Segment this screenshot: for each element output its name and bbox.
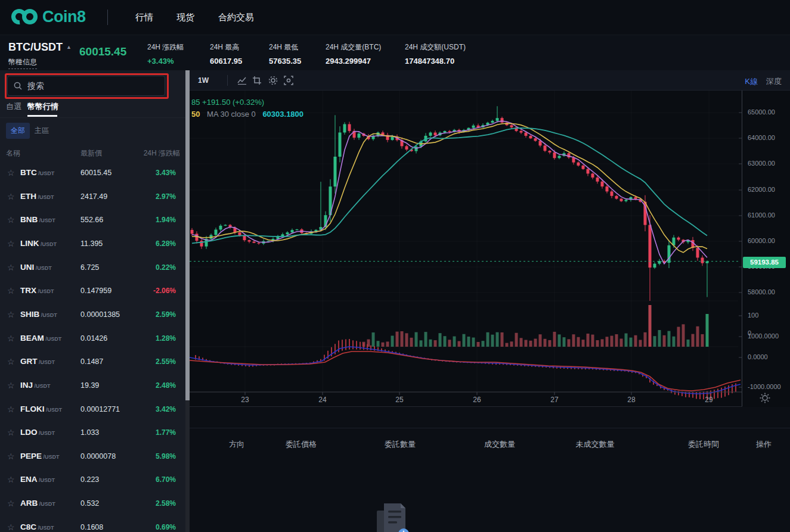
star-icon[interactable]: ☆ bbox=[7, 263, 15, 272]
search-input[interactable] bbox=[27, 81, 147, 91]
legend-ma-prefix: 50 bbox=[191, 110, 200, 119]
coin-quote: /USDT bbox=[37, 170, 55, 176]
star-icon[interactable]: ☆ bbox=[7, 452, 15, 461]
filter-all[interactable]: 全部 bbox=[6, 123, 30, 139]
timeframe-1w-button[interactable]: 1W bbox=[198, 76, 209, 85]
crop-icon[interactable] bbox=[252, 75, 262, 86]
price-label-64000.00: 64000.00 bbox=[748, 134, 775, 141]
tab-depth[interactable]: 深度 bbox=[766, 76, 782, 87]
coin-info-link[interactable]: 幣種信息 bbox=[8, 57, 37, 69]
svg-text:24: 24 bbox=[318, 396, 327, 404]
coin-symbol: GRT /USDT bbox=[20, 357, 55, 366]
coin-symbol: INJ /USDT bbox=[20, 381, 51, 390]
coin-change: 0.69% bbox=[156, 523, 176, 531]
line-chart-icon[interactable] bbox=[237, 75, 247, 86]
star-icon[interactable]: ☆ bbox=[7, 334, 15, 343]
stat-value: 174847348.70 bbox=[405, 57, 454, 66]
coin-row-ETH[interactable]: ☆ETH /USDT2417.492.97% bbox=[0, 185, 185, 209]
sidebar-scrollbar-thumb[interactable] bbox=[185, 70, 190, 400]
coin-row-C8C[interactable]: ☆C8C /USDT0.16080.69% bbox=[0, 515, 185, 532]
chart-legend-change: 85 +191.50 (+0.32%) bbox=[191, 98, 264, 107]
coin-row-BTC[interactable]: ☆BTC /USDT60015.453.43% bbox=[0, 161, 185, 185]
orders-column-0: 方向 bbox=[229, 439, 244, 450]
coin-row-SHIB[interactable]: ☆SHIB /USDT0.000013852.59% bbox=[0, 303, 185, 326]
pair-name: BTC/USDT bbox=[8, 41, 63, 53]
star-icon[interactable]: ☆ bbox=[7, 522, 15, 532]
star-icon[interactable]: ☆ bbox=[7, 499, 15, 508]
coin-change: 2.55% bbox=[156, 357, 176, 366]
ticker-stat-2: 24H 最低57635.35 bbox=[269, 42, 301, 66]
coin-row-BNB[interactable]: ☆BNB /USDT552.661.94% bbox=[0, 208, 185, 232]
legend-ma-label: MA 30 close 0 bbox=[207, 110, 256, 119]
chart-canvas[interactable]: 23242526272829 bbox=[190, 91, 742, 407]
nav-item-1[interactable]: 现货 bbox=[176, 12, 194, 23]
star-icon[interactable]: ☆ bbox=[7, 310, 15, 319]
star-icon[interactable]: ☆ bbox=[7, 168, 15, 178]
axis-settings-icon[interactable] bbox=[759, 392, 771, 404]
nav-item-2[interactable]: 合約交易 bbox=[218, 12, 254, 23]
tab-favorites[interactable]: 自選 bbox=[6, 101, 21, 112]
toolbar-divider bbox=[227, 75, 228, 86]
star-icon[interactable]: ☆ bbox=[7, 381, 15, 390]
gear-icon[interactable] bbox=[268, 75, 278, 86]
coin-row-PEPE[interactable]: ☆PEPE /USDT0.00000785.98% bbox=[0, 444, 185, 468]
volume-label-100: 100 bbox=[748, 312, 758, 319]
coin-change: 3.42% bbox=[156, 405, 176, 413]
coin-price: 2417.49 bbox=[80, 192, 107, 201]
coin-row-BEAM[interactable]: ☆BEAM /USDT0.014261.28% bbox=[0, 326, 185, 350]
coin-quote: /USDT bbox=[39, 241, 57, 247]
star-icon[interactable]: ☆ bbox=[7, 405, 15, 414]
nav-item-0[interactable]: 行情 bbox=[135, 12, 153, 23]
coin-row-TRX[interactable]: ☆TRX /USDT0.147959-2.06% bbox=[0, 279, 185, 303]
coin-symbol: ARB /USDT bbox=[20, 499, 55, 508]
candlestick-chart[interactable]: 23242526272829 85 +191.50 (+0.32%) 50 MA… bbox=[190, 91, 790, 407]
coin-row-ARB[interactable]: ☆ARB /USDT0.5322.58% bbox=[0, 491, 185, 515]
coin-row-ENA[interactable]: ☆ENA /USDT0.2236.70% bbox=[0, 468, 185, 491]
coin-change: 2.97% bbox=[156, 192, 176, 201]
macd-label-1000: 1000.0000 bbox=[748, 332, 779, 340]
stat-value: +3.43% bbox=[147, 57, 174, 66]
coin-row-LINK[interactable]: ☆LINK /USDT11.3956.28% bbox=[0, 232, 185, 256]
screenshot-icon[interactable] bbox=[283, 75, 294, 86]
coin-row-UNI[interactable]: ☆UNI /USDT6.7250.22% bbox=[0, 256, 185, 279]
tab-kline[interactable]: K線 bbox=[745, 76, 758, 87]
coin-price: 0.147959 bbox=[80, 287, 111, 295]
chart-legend-ma: 50 MA 30 close 0 60303.1800 bbox=[191, 110, 303, 119]
coin-quote: /USDT bbox=[36, 194, 54, 200]
coin-symbol: BTC /USDT bbox=[20, 168, 54, 177]
search-box[interactable] bbox=[7, 76, 165, 96]
tabs-divider bbox=[0, 117, 185, 118]
coin-price: 11.395 bbox=[80, 239, 103, 248]
star-icon[interactable]: ☆ bbox=[7, 357, 15, 366]
orders-column-2: 委託數量 bbox=[385, 439, 416, 450]
star-icon[interactable]: ☆ bbox=[7, 286, 15, 295]
stat-label: 24H 最低 bbox=[269, 42, 301, 52]
orders-divider bbox=[190, 428, 790, 428]
coin-symbol: LINK /USDT bbox=[20, 239, 57, 248]
coin-row-FLOKI[interactable]: ☆FLOKI /USDT0.000127713.42% bbox=[0, 397, 185, 421]
coin-row-INJ[interactable]: ☆INJ /USDT19.392.48% bbox=[0, 374, 185, 397]
star-icon[interactable]: ☆ bbox=[7, 192, 15, 201]
ticker-stat-3: 24H 成交量(BTC)2943.299947 bbox=[326, 42, 381, 66]
coin-row-GRT[interactable]: ☆GRT /USDT0.14872.55% bbox=[0, 350, 185, 374]
ticker-bar: BTC/USDT▲ 幣種信息 60015.45 24H 漲跌幅+3.43%24H… bbox=[0, 35, 790, 70]
filter-main-zone[interactable]: 主區 bbox=[35, 126, 49, 136]
coin-price: 0.00001385 bbox=[80, 310, 120, 319]
star-icon[interactable]: ☆ bbox=[7, 239, 15, 248]
orders-column-1: 委託價格 bbox=[286, 439, 317, 450]
coin-price: 6.725 bbox=[80, 263, 99, 272]
coin-row-LDO[interactable]: ☆LDO /USDT1.0331.77% bbox=[0, 421, 185, 444]
stat-value: 57635.35 bbox=[269, 57, 301, 66]
star-icon[interactable]: ☆ bbox=[7, 428, 15, 437]
star-icon[interactable]: ☆ bbox=[7, 215, 15, 225]
orders-column-5: 委託時間 bbox=[688, 439, 719, 450]
tab-spot-markets[interactable]: 幣幣行情 bbox=[27, 101, 58, 112]
pair-selector[interactable]: BTC/USDT▲ 幣種信息 bbox=[8, 41, 72, 69]
svg-text:28: 28 bbox=[627, 396, 636, 404]
price-label-63000.00: 63000.00 bbox=[748, 160, 775, 167]
sidebar-scrollbar-track[interactable] bbox=[185, 70, 190, 532]
price-axis[interactable]: 59193.85 65000.0064000.0063000.0062000.0… bbox=[742, 91, 790, 407]
brand-logo[interactable]: Coin8 bbox=[11, 7, 86, 27]
star-icon[interactable]: ☆ bbox=[7, 475, 15, 484]
brand-name: Coin8 bbox=[42, 8, 86, 26]
